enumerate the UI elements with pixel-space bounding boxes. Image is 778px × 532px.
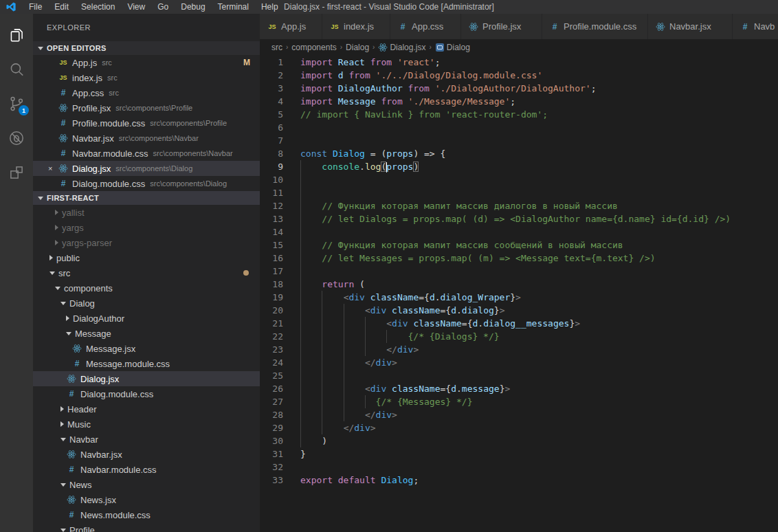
tree-item-navbar.jsx[interactable]: Navbar.jsx [33, 447, 260, 462]
tree-item-dialog[interactable]: Dialog [33, 296, 260, 311]
code-line-27: 27 {/* {Messages} */} [260, 395, 778, 408]
open-editor-item[interactable]: Profile.jsxsrc\components\Profile [33, 100, 260, 115]
tab-label: Navbar.jsx [669, 21, 711, 32]
tab-index.js[interactable]: JSindex.js [322, 14, 390, 39]
breadcrumb-item-components[interactable]: components [291, 43, 336, 52]
extensions-icon[interactable] [0, 155, 33, 190]
breadcrumb-item-dialog[interactable]: Dialog [435, 43, 470, 52]
open-editor-name: Dialog.jsx [72, 164, 111, 174]
twistie-expanded-icon[interactable] [55, 287, 60, 290]
line-content: </div> [300, 408, 778, 421]
twistie-expanded-icon[interactable] [60, 529, 66, 532]
debug-icon[interactable] [0, 121, 33, 155]
indent-guide [300, 212, 301, 225]
twistie-expanded-icon[interactable] [60, 483, 66, 487]
project-root-header[interactable]: FIRST-REACT [33, 191, 260, 205]
tree-item-src[interactable]: src [33, 265, 260, 280]
tree-item-navbar[interactable]: Navbar [33, 432, 260, 447]
tab-profile.module.css[interactable]: #Profile.module.css [542, 14, 647, 39]
open-editor-item[interactable]: JSindex.jssrc [33, 70, 260, 85]
indent-guide [344, 304, 344, 317]
menu-help[interactable]: Help [255, 0, 285, 14]
open-editors-header[interactable]: OPEN EDITORS [33, 41, 260, 55]
indent [300, 266, 322, 276]
indent-guide [322, 343, 322, 356]
indent-guide [300, 317, 301, 330]
tree-item-dialogauthor[interactable]: DialogAuthor [33, 311, 260, 326]
code-line-29: 29 </div> [260, 421, 778, 434]
twistie-collapsed-icon[interactable] [60, 421, 64, 427]
tree-item-news.jsx[interactable]: News.jsx [33, 492, 260, 507]
menu-debug[interactable]: Debug [175, 0, 211, 14]
open-editor-item[interactable]: #Dialog.module.csssrc\components\Dialog [33, 176, 260, 191]
token: { [424, 292, 430, 302]
tree-item-navbar.module.css[interactable]: #Navbar.module.css [33, 462, 260, 477]
tab-navb[interactable]: #Navb [733, 14, 778, 39]
tree-item-yallist[interactable]: yallist [33, 205, 260, 220]
tree-item-message.module.css[interactable]: #Message.module.css [33, 356, 260, 371]
source-control-icon[interactable]: 1 [0, 87, 33, 121]
twistie-collapsed-icon[interactable] [55, 225, 58, 230]
breadcrumb-item-dialog[interactable]: Dialog [346, 43, 369, 52]
code-line-4: 4import Message from './Message/Message'… [260, 95, 778, 108]
twistie-collapsed-icon[interactable] [66, 315, 69, 321]
token: React [338, 57, 370, 67]
twistie-expanded-icon[interactable] [60, 438, 66, 441]
menu-terminal[interactable]: Terminal [212, 0, 255, 14]
code-line-14: 14 [260, 225, 778, 239]
indent [300, 331, 408, 342]
tree-item-yargs-parser[interactable]: yargs-parser [33, 235, 260, 250]
explorer-icon[interactable] [0, 18, 33, 52]
menu-go[interactable]: Go [151, 0, 175, 14]
twistie-collapsed-icon[interactable] [55, 210, 58, 215]
token: './Message/Message' [408, 96, 511, 107]
token: from [348, 70, 375, 80]
tree-item-news[interactable]: News [33, 477, 260, 492]
code-editor[interactable]: 1import React from 'react';2import d fro… [260, 55, 778, 532]
code-line-17: 17 [260, 265, 778, 278]
tree-item-news.module.css[interactable]: #News.module.css [33, 507, 260, 522]
tree-item-dialog.module.css[interactable]: #Dialog.module.css [33, 386, 260, 401]
tree-item-message[interactable]: Message [33, 326, 260, 341]
twistie-collapsed-icon[interactable] [60, 406, 64, 412]
indent-guide [386, 330, 387, 343]
indent [300, 175, 322, 185]
twistie-expanded-icon[interactable] [60, 302, 66, 305]
tab-app.css[interactable]: #App.css [390, 14, 460, 39]
twistie-expanded-icon[interactable] [66, 332, 71, 335]
menu-selection[interactable]: Selection [75, 0, 121, 14]
indent [300, 162, 322, 172]
tree-item-yargs[interactable]: yargs [33, 220, 260, 235]
line-content: } [300, 447, 778, 461]
breadcrumb-item-dialog.jsx[interactable]: Dialog.jsx [378, 43, 425, 52]
tree-item-profile[interactable]: Profile [33, 522, 260, 532]
scm-count-badge: 1 [19, 105, 29, 115]
menu-file[interactable]: File [23, 0, 48, 14]
tree-item-dialog.jsx[interactable]: Dialog.jsx [33, 371, 260, 386]
line-number: 33 [260, 474, 283, 487]
open-editor-item[interactable]: #Navbar.module.csssrc\components\Navbar [33, 146, 260, 161]
open-editor-item[interactable]: ×Dialog.jsxsrc\components\Dialog [33, 161, 260, 176]
open-editor-item[interactable]: JSApp.jssrcM [33, 55, 260, 70]
tree-item-public[interactable]: public [33, 250, 260, 265]
tree-item-message.jsx[interactable]: Message.jsx [33, 341, 260, 356]
tab-navbar.jsx[interactable]: Navbar.jsx [648, 14, 732, 39]
menu-edit[interactable]: Edit [48, 0, 75, 14]
tree-item-components[interactable]: components [33, 280, 260, 296]
close-icon[interactable]: × [48, 164, 52, 173]
tab-profile.jsx[interactable]: Profile.jsx [461, 14, 542, 39]
twistie-collapsed-icon[interactable] [55, 240, 58, 245]
tab-app.js[interactable]: JSApp.js [260, 14, 322, 39]
open-editor-item[interactable]: #Profile.module.csssrc\components\Profil… [33, 115, 260, 131]
open-editor-item[interactable]: #App.csssrc [33, 85, 260, 100]
menu-view[interactable]: View [121, 0, 151, 14]
breadcrumb-item-src[interactable]: src [271, 43, 282, 52]
twistie-collapsed-icon[interactable] [49, 255, 53, 261]
twistie-expanded-icon[interactable] [49, 271, 55, 275]
token: d [430, 292, 435, 302]
tree-item-header[interactable]: Header [33, 401, 260, 417]
open-editor-item[interactable]: Navbar.jsxsrc\components\Navbar [33, 131, 260, 146]
search-icon[interactable] [0, 52, 33, 87]
tree-item-music[interactable]: Music [33, 417, 260, 432]
project-root-label: FIRST-REACT [47, 194, 99, 202]
